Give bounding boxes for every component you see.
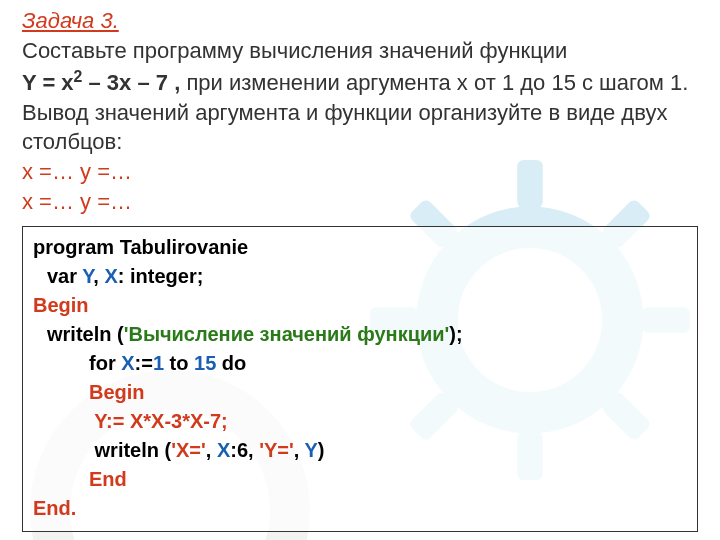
problem-text: Составьте программу вычисления значений … <box>22 36 698 216</box>
code-line-8: writeln ('X=', X:6, 'Y=', Y) <box>33 436 687 465</box>
code-line-4: writeln ('Вычисление значений функции'); <box>33 320 687 349</box>
task-title: Задача 3. <box>22 8 698 34</box>
formula-pre: Y = x <box>22 70 74 95</box>
formula-post: – 3x – 7 , <box>82 70 180 95</box>
code-line-9: End <box>33 465 687 494</box>
problem-p1: Составьте программу вычисления значений … <box>22 38 567 63</box>
code-line-1: program Tabulirovanie <box>33 233 687 262</box>
code-line-5: for X:=1 to 15 do <box>33 349 687 378</box>
code-line-2: var Y, X: integer; <box>33 262 687 291</box>
code-line-6: Begin <box>33 378 687 407</box>
code-line-10: End. <box>33 494 687 523</box>
output-row-1: x =… y =… <box>22 159 132 184</box>
code-line-3: Begin <box>33 291 687 320</box>
output-row-2: x =… y =… <box>22 189 132 214</box>
code-line-7: Y:= X*X-3*X-7; <box>33 407 687 436</box>
slide-content: Задача 3. Составьте программу вычисления… <box>0 0 720 216</box>
code-box: program Tabulirovanie var Y, X: integer;… <box>22 226 698 532</box>
